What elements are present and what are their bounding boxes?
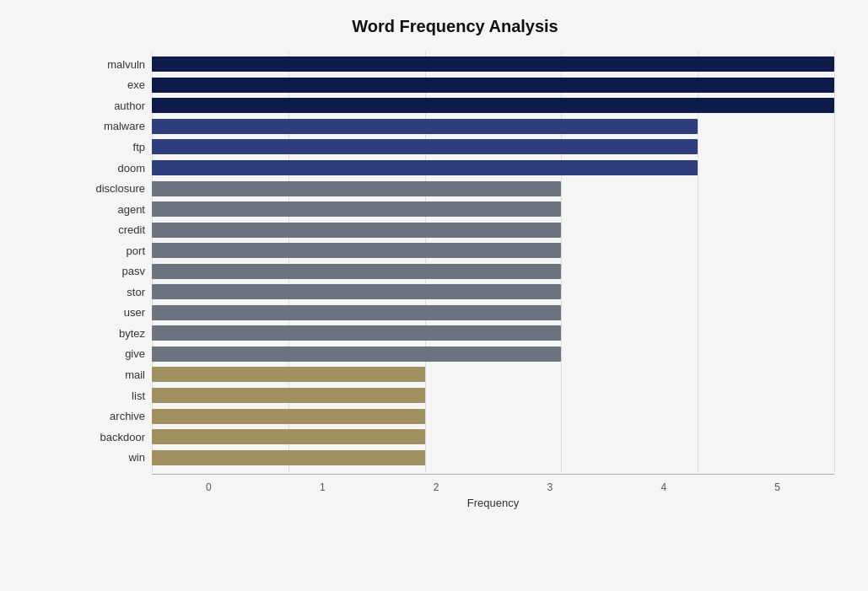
bar-label: port [80, 244, 152, 257]
bar-fill [152, 160, 698, 175]
bar-fill [152, 119, 698, 134]
bar-row: backdoor [152, 427, 834, 446]
bar-fill [152, 201, 561, 217]
bar-label: bytez [80, 327, 152, 340]
bar-label: user [80, 306, 152, 319]
bar-label: malware [80, 120, 152, 132]
bar-label: archive [80, 410, 152, 422]
bar-fill [152, 181, 561, 196]
chart-title: Word Frequency Analysis [76, 17, 834, 36]
bar-label: disclosure [80, 182, 152, 195]
bar-label: credit [80, 223, 152, 236]
bar-row: exe [152, 76, 834, 94]
bar-label: author [80, 99, 152, 112]
bar-fill [152, 284, 561, 299]
bar-fill [152, 409, 425, 424]
bar-fill [152, 450, 425, 465]
bar-row: malvuln [152, 55, 834, 73]
bar-row: disclosure [152, 180, 834, 198]
grid-line [834, 51, 835, 472]
bar-row: agent [152, 200, 834, 218]
bar-label: pasv [80, 265, 152, 277]
bar-label: agent [80, 203, 152, 216]
bar-label: give [80, 347, 152, 360]
bar-row: author [152, 96, 834, 115]
x-tick-label: 5 [720, 481, 834, 493]
bar-row: give [152, 345, 834, 363]
bar-row: win [152, 449, 834, 467]
x-ticks: 012345 [152, 478, 834, 493]
bar-fill [152, 139, 698, 154]
bar-row: ftp [152, 137, 834, 156]
bar-fill [152, 367, 425, 382]
bars-section: malvulnexeauthormalwareftpdoomdisclosure… [152, 51, 834, 472]
bars-wrapper: malvulnexeauthormalwareftpdoomdisclosure… [152, 51, 834, 472]
bar-label: ftp [80, 141, 152, 153]
bar-label: malvuln [80, 58, 152, 71]
bar-label: exe [80, 78, 152, 91]
x-tick-label: 0 [152, 481, 266, 493]
x-tick-label: 3 [493, 481, 607, 493]
chart-container: Word Frequency Analysis malvulnexeauthor… [0, 0, 868, 591]
bar-row: port [152, 241, 834, 260]
bar-row: list [152, 386, 834, 405]
bar-row: user [152, 304, 834, 322]
x-tick-label: 2 [380, 481, 493, 493]
bar-label: win [80, 451, 152, 464]
bar-fill [152, 56, 834, 72]
bar-label: stor [80, 286, 152, 298]
bar-label: mail [80, 368, 152, 381]
bar-row: bytez [152, 324, 834, 342]
bar-label: list [80, 390, 152, 402]
x-tick-label: 1 [266, 481, 380, 493]
bar-row: archive [152, 407, 834, 426]
bar-fill [152, 325, 561, 341]
bar-fill [152, 305, 561, 320]
bar-fill [152, 223, 561, 238]
bar-fill [152, 347, 561, 362]
bar-fill [152, 388, 425, 403]
bar-row: credit [152, 221, 834, 239]
bar-fill [152, 78, 834, 93]
bar-label: backdoor [80, 431, 152, 443]
bar-fill [152, 243, 561, 258]
bar-fill [152, 264, 561, 279]
bar-fill [152, 98, 834, 113]
x-axis-container: 012345 Frequency [152, 474, 834, 516]
bar-row: pasv [152, 262, 834, 281]
bar-row: stor [152, 282, 834, 301]
bar-row: doom [152, 158, 834, 177]
bar-row: malware [152, 117, 834, 136]
x-axis-label: Frequency [152, 497, 834, 509]
bar-row: mail [152, 365, 834, 384]
x-tick-label: 4 [607, 481, 720, 493]
bar-fill [152, 429, 425, 444]
bar-label: doom [80, 162, 152, 175]
